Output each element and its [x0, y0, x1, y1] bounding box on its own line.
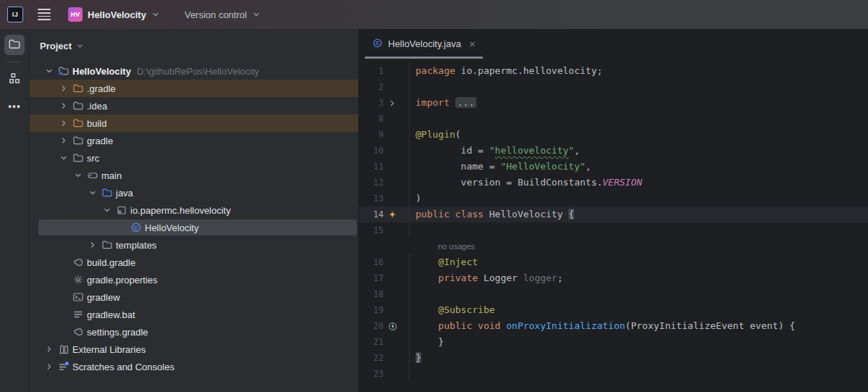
tool-window-button-structure[interactable]	[4, 69, 25, 89]
tree-item-label: gradle	[87, 135, 113, 146]
tree-item-gradle[interactable]: .gradle	[30, 80, 358, 97]
code-editor[interactable]: 1package io.papermc.hellovelocity;23impo…	[359, 59, 868, 392]
code-line-22[interactable]: 22}	[359, 350, 868, 366]
line-number: 1	[359, 63, 387, 79]
tree-item-idea[interactable]: .idea	[30, 97, 358, 114]
vcs-widget[interactable]: Version control	[185, 9, 261, 20]
tree-item-hellovelocity[interactable]: HelloVelocityD:\githubRePos\HelloVelocit…	[30, 62, 358, 80]
code-line-2[interactable]: 2	[359, 79, 868, 95]
fold-arrow-icon[interactable]	[387, 95, 409, 111]
tree-item-build[interactable]: build	[30, 114, 358, 132]
chevron-right-icon[interactable]	[56, 135, 71, 146]
gutter-marker-slot	[387, 191, 409, 207]
tree-item-gradle-properties[interactable]: gradle.properties	[30, 271, 358, 288]
code-line-12[interactable]: 12 version = BuildConstants.VERSION	[359, 175, 868, 191]
gear-icon	[71, 274, 85, 285]
code-token: logger	[523, 272, 557, 283]
code-line-14[interactable]: 14public class HelloVelocity {	[359, 207, 868, 222]
tool-window-button-project[interactable]	[4, 35, 25, 55]
gutter: 21	[359, 334, 410, 350]
textfile-icon	[71, 309, 85, 320]
chevron-down-icon[interactable]	[42, 65, 56, 77]
code-token: @Plugin	[416, 129, 455, 140]
chevron-right-icon[interactable]	[85, 239, 100, 251]
code-token: ,	[586, 161, 591, 172]
chevron-right-icon[interactable]	[56, 117, 71, 129]
code-line-15[interactable]: 15	[359, 222, 868, 238]
gutter-marker-slot	[387, 127, 409, 143]
tree-item-scratches-and-consoles[interactable]: Scratches and Consoles	[30, 358, 358, 375]
code-token: HelloVelocity	[484, 209, 568, 220]
code-line-10[interactable]: 10 id = "hellovelocity",	[359, 143, 868, 159]
main-menu-button[interactable]	[38, 9, 51, 20]
gutter-marker-slot	[387, 286, 409, 302]
code-line-20[interactable]: 20 public void onProxyInitialization(Pro…	[359, 318, 868, 334]
tree-item-hellovelocity[interactable]: CHelloVelocity	[30, 219, 358, 236]
chevron-right-icon[interactable]	[56, 83, 71, 94]
project-widget-label: HelloVelocity	[88, 9, 146, 20]
tree-item-gradlew[interactable]: gradlew	[30, 288, 358, 306]
folder-icon	[71, 100, 85, 112]
gutter-marker-slot	[387, 366, 409, 382]
chevron-down-icon[interactable]	[100, 204, 114, 216]
line-number: 12	[359, 175, 387, 191]
code-line-21[interactable]: 21 }	[359, 334, 868, 350]
code-text: public class HelloVelocity {	[410, 207, 574, 222]
tree-item-gradlew-bat[interactable]: gradlew.bat	[30, 306, 358, 323]
tree-item-io-papermc-hellovelocity[interactable]: io.papermc.hellovelocity	[30, 201, 358, 219]
code-line-16[interactable]: 16 @Inject	[359, 254, 868, 270]
chevron-down-icon[interactable]	[71, 170, 85, 181]
event-listener-gutter-icon[interactable]	[387, 318, 409, 334]
code-line-9[interactable]: 9@Plugin(	[359, 127, 868, 143]
plugin-gutter-icon[interactable]	[387, 207, 409, 222]
svg-text:C: C	[376, 40, 380, 46]
chevron-down-icon[interactable]	[56, 152, 71, 164]
chevron-right-icon[interactable]	[42, 343, 56, 355]
tab-label: HelloVelocity.java	[388, 38, 461, 49]
project-panel-header[interactable]: Project	[30, 29, 358, 62]
tree-item-build-gradle[interactable]: build.gradle	[30, 254, 358, 271]
tree-item-label: .idea	[87, 101, 107, 112]
code-text: package io.papermc.hellovelocity;	[410, 63, 602, 79]
code-line-8[interactable]: 8	[359, 111, 868, 127]
tree-item-label: HelloVelocity	[72, 66, 131, 77]
code-line-11[interactable]: 11 name = "HelloVelocity",	[359, 159, 868, 175]
code-line-19[interactable]: 19 @Subscribe	[359, 302, 868, 318]
code-text: private Logger logger;	[410, 270, 563, 286]
gutter: 18	[359, 286, 410, 302]
code-token	[416, 304, 438, 315]
project-widget[interactable]: HV HelloVelocity	[68, 7, 160, 22]
chevron-down-icon[interactable]	[85, 187, 100, 199]
code-token: "	[489, 145, 495, 156]
more-tool-windows-button[interactable]: •••	[4, 96, 25, 117]
scratches-icon	[56, 361, 71, 372]
tree-item-templates[interactable]: templates	[30, 236, 358, 254]
tree-item-label: java	[116, 188, 133, 199]
tree-item-java[interactable]: java	[30, 184, 358, 201]
code-line-3[interactable]: 3import ...	[359, 95, 868, 111]
chevron-right-icon[interactable]	[56, 100, 71, 112]
chevron-placeholder	[114, 222, 129, 233]
gutter: 17	[359, 270, 410, 286]
close-icon[interactable]: ×	[469, 38, 476, 49]
chevron-down-icon	[151, 10, 160, 19]
code-line-13[interactable]: 13)	[359, 191, 868, 207]
usages-inlay-hint[interactable]: no usages	[359, 238, 475, 254]
tree-item-src[interactable]: src	[30, 149, 358, 167]
intellij-window: IJ HV HelloVelocity Version control	[0, 0, 868, 392]
tab-hellovelocity-java[interactable]: C HelloVelocity.java ×	[365, 29, 483, 59]
tree-item-gradle[interactable]: gradle	[30, 132, 358, 149]
line-number: 19	[359, 302, 387, 318]
tree-item-external-libraries[interactable]: External Libraries	[30, 341, 358, 358]
gutter: 15	[359, 222, 410, 238]
gutter-marker-slot	[387, 159, 409, 175]
code-line-18[interactable]: 18	[359, 286, 868, 302]
code-line-23[interactable]: 23	[359, 366, 868, 382]
code-line-1[interactable]: 1package io.papermc.hellovelocity;	[359, 63, 868, 79]
chevron-right-icon[interactable]	[42, 361, 56, 372]
terminal-icon	[71, 291, 85, 303]
tree-item-main[interactable]: main	[30, 167, 358, 184]
chevron-down-icon	[252, 10, 261, 19]
tree-item-settings-gradle[interactable]: settings.gradle	[30, 323, 358, 341]
code-line-17[interactable]: 17 private Logger logger;	[359, 270, 868, 286]
